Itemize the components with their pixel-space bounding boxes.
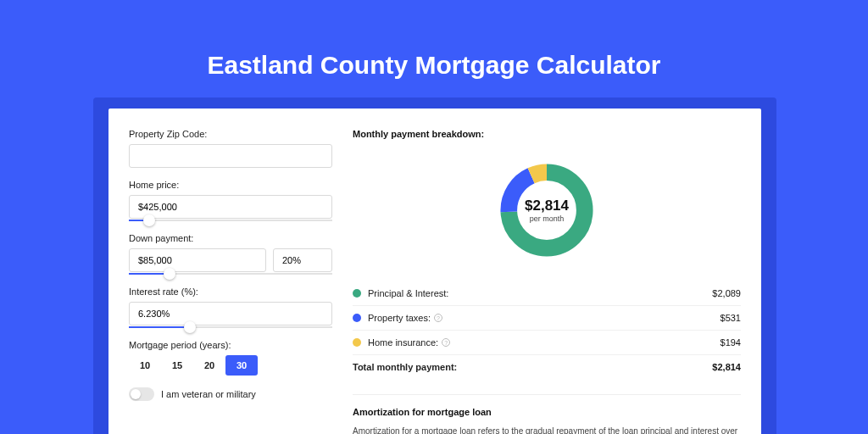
amortization-text: Amortization for a mortgage loan refers … [353,426,741,434]
home-price-slider[interactable] [129,220,332,221]
veteran-toggle-knob [131,389,141,399]
form-panel: Property Zip Code: Home price: Down paym… [129,129,332,434]
breakdown-row-total: Total monthly payment: $2,814 [353,354,741,379]
breakdown-label: Home insurance: ? [368,337,721,348]
breakdown-row-taxes: Property taxes: ? $531 [353,305,741,330]
zip-field: Property Zip Code: [129,129,332,168]
info-icon[interactable]: ? [434,314,442,322]
home-price-slider-thumb[interactable] [143,214,155,226]
donut-center-sub: per month [530,214,565,223]
mortgage-period-options: 10 15 20 30 [129,355,332,376]
amortization-section: Amortization for mortgage loan Amortizat… [353,394,741,434]
home-price-input[interactable] [129,195,332,219]
page-title: Eastland County Mortgage Calculator [0,0,868,80]
interest-rate-field: Interest rate (%): [129,287,332,328]
donut-chart-wrap: $2,814 per month [353,151,741,270]
donut-center-amount: $2,814 [525,198,569,214]
down-payment-slider-thumb[interactable] [164,268,175,280]
down-payment-label: Down payment: [129,233,332,243]
veteran-toggle[interactable] [129,387,154,401]
period-option-15[interactable]: 15 [161,355,193,376]
calculator-card: Property Zip Code: Home price: Down paym… [108,108,761,434]
zip-label: Property Zip Code: [129,129,332,139]
period-option-10[interactable]: 10 [129,355,161,376]
info-icon[interactable]: ? [442,338,450,347]
home-price-label: Home price: [129,180,332,190]
breakdown-title: Monthly payment breakdown: [353,129,741,139]
breakdown-row-principal: Principal & Interest: $2,089 [353,281,741,305]
down-payment-amount-input[interactable] [129,248,266,272]
veteran-toggle-row: I am veteran or military [129,387,332,401]
breakdown-value: $531 [721,313,741,323]
dot-icon [353,314,361,322]
breakdown-value: $2,089 [712,288,741,298]
breakdown-row-insurance: Home insurance: ? $194 [353,330,741,354]
interest-rate-input[interactable] [129,302,332,326]
home-price-field: Home price: [129,180,332,221]
down-payment-slider[interactable] [129,273,332,275]
donut-chart: $2,814 per month [497,160,597,260]
breakdown-label: Property taxes: ? [368,313,721,323]
period-option-30[interactable]: 30 [225,355,258,376]
mortgage-period-field: Mortgage period (years): 10 15 20 30 [129,340,332,376]
zip-input[interactable] [129,144,332,168]
veteran-toggle-label: I am veteran or military [161,389,256,399]
down-payment-field: Down payment: [129,233,332,275]
breakdown-panel: Monthly payment breakdown: $2,814 per mo… [353,129,741,434]
dot-icon [353,289,361,298]
interest-rate-slider-thumb[interactable] [184,321,196,333]
mortgage-period-label: Mortgage period (years): [129,340,332,350]
breakdown-label: Principal & Interest: [368,288,712,298]
down-payment-percent-input[interactable] [273,248,332,272]
dot-icon [353,338,361,347]
breakdown-value: $194 [721,337,741,348]
interest-rate-slider[interactable] [129,326,332,328]
breakdown-total-label: Total monthly payment: [353,362,712,372]
interest-rate-label: Interest rate (%): [129,287,332,297]
period-option-20[interactable]: 20 [193,355,225,376]
amortization-title: Amortization for mortgage loan [353,407,741,417]
breakdown-total-value: $2,814 [712,362,741,372]
